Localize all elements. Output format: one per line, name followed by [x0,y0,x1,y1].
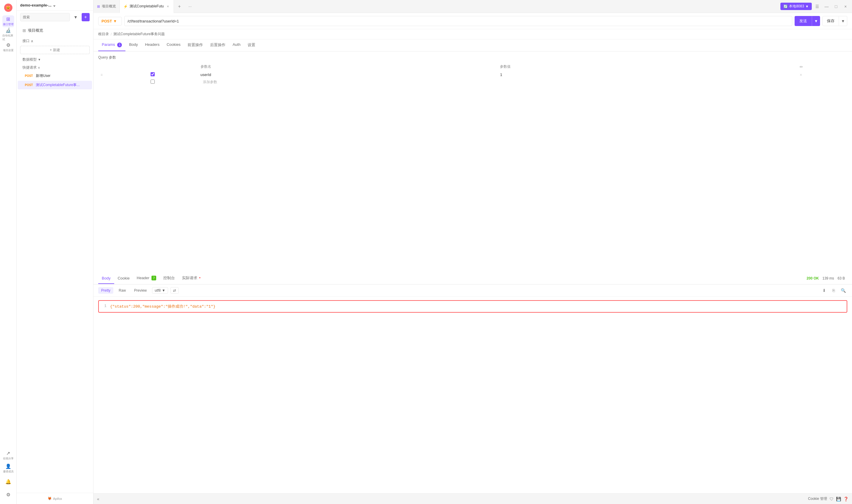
search-button[interactable]: 🔍 [839,286,847,294]
breadcrumb-separator: / [111,32,111,36]
req-tab-body[interactable]: Body [125,39,141,51]
search-input[interactable] [20,13,70,21]
tab-add-button[interactable]: + [174,0,185,13]
menu-button[interactable]: ☰ [813,2,821,11]
save-button[interactable]: 保存 [822,16,839,26]
resp-line-1: 1 {"status":200,"message":"操作成功!","data"… [101,303,844,310]
send-dropdown-button[interactable]: ▼ [812,16,820,26]
resp-tab-actual[interactable]: 实际请求 • [178,272,204,284]
response-status: 200 OK 139 ms 63 B [807,276,847,281]
line-number-1: 1 [101,304,110,308]
collapse-button[interactable]: « [97,497,99,501]
wrap-icon: ⇄ [173,288,176,292]
params-badge: 1 [117,42,122,47]
list-item-completable-future[interactable]: POST 测试CompletableFuture事... [18,81,92,89]
data-model-label[interactable]: 数据模型 ▼ [17,55,93,63]
breadcrumb-root[interactable]: 根目录 [98,32,109,37]
send-btn-group: 发送 ▼ [795,16,820,26]
param-checkbox-userid[interactable] [150,72,155,76]
filter-button[interactable]: ▼ [72,13,80,21]
format-tab-raw[interactable]: Raw [116,287,129,294]
nav-item-overview[interactable]: ⊞ 项目概览 [20,26,90,35]
req-tab-cookies[interactable]: Cookies [163,39,184,51]
copy-button[interactable]: ⎘ [830,286,838,294]
tab-close-button[interactable]: × [165,4,170,9]
left-panel: demo-example-... ⌄ ▼ + ⊞ 项目概览 接口 ∧ + 新建 … [17,0,93,504]
cookie-management-link[interactable]: Cookie 管理 [808,496,827,501]
req-tab-pre-ops[interactable]: 前置操作 [184,39,206,51]
download-button[interactable]: ⬇ [820,286,828,294]
req-tab-settings[interactable]: 设置 [244,39,259,51]
minimize-button[interactable]: — [822,2,831,11]
env-selector[interactable]: 🔄 本地8083 ▼ [780,3,812,10]
add-button[interactable]: + [81,13,90,21]
sidebar-item-project-settings[interactable]: ⚙ 项目设置 [2,41,14,53]
list-item-new-user[interactable]: POST 新增User [18,72,92,80]
req-tab-params[interactable]: Params 1 [98,39,125,51]
response-tabs: Body Cookie Header 7 控制台 实际请求 • 200 OK [93,272,852,285]
add-param-label[interactable]: 添加参数 [201,79,219,85]
save-btn-group: 保存 ▼ [822,16,847,26]
send-button[interactable]: 发送 [795,16,812,26]
new-interface-button[interactable]: + 新建 [20,46,90,54]
param-name-userid[interactable] [201,72,495,77]
quick-requests-label[interactable]: 快捷请求 ∧ [17,63,93,71]
interface-label: 接口管理 [3,22,14,26]
actual-dot: • [199,275,201,280]
wrap-button[interactable]: ⇄ [170,287,179,294]
breadcrumb: 根目录 / 测试CompletableFuture事务问题 [93,29,852,39]
tab-more-button[interactable]: ··· [185,0,195,13]
search-icon: 🔍 [841,288,846,293]
sidebar-item-members[interactable]: 👤 邀请成员 [2,463,14,474]
query-params-section: Query 参数 参数名 参数值 ✏ [93,52,852,89]
apifox-logo: 🦊 [48,497,52,501]
maximize-button[interactable]: □ [832,2,840,11]
req-tab-headers[interactable]: Headers [141,39,163,51]
response-size: 63 B [837,276,845,281]
encoding-selector[interactable]: utf8 ▼ [152,287,168,294]
breadcrumb-current: 测试CompletableFuture事务问题 [113,32,165,37]
project-settings-label: 项目设置 [3,49,14,52]
edit-params-icon[interactable]: ✏ [800,65,803,69]
tab-test[interactable]: ⚡ 测试CompletableFutu × [120,0,174,13]
params-section: Query 参数 参数名 参数值 ✏ [93,52,852,272]
req-tab-auth[interactable]: Auth [229,39,244,51]
resp-tab-cookie[interactable]: Cookie [114,273,133,284]
resp-tab-header[interactable]: Header 7 [133,273,160,284]
sidebar-item-gear[interactable]: ⚙ [2,489,14,501]
sidebar-item-interface[interactable]: ⊞ 接口管理 [2,15,14,27]
download-icon: ⬇ [822,288,826,293]
sidebar-item-share[interactable]: ↗ 在线分享 [2,450,14,462]
header-badge: 7 [151,276,156,281]
nav-section: ⊞ 项目概览 [17,24,93,37]
overview-icon: ⊞ [22,28,26,33]
shield-icon: 🛡 [830,497,834,501]
interface-section-header[interactable]: 接口 ∧ [17,37,93,45]
url-input[interactable] [124,16,792,26]
sidebar-item-bell[interactable]: 🔔 [2,475,14,487]
env-chevron-icon: ▼ [805,4,809,8]
table-row-add: 添加参数 [98,78,847,86]
tab-overview[interactable]: ⊞ 项目概览 [93,0,120,13]
format-tab-preview[interactable]: Preview [131,287,150,294]
save-dropdown-icon: ▼ [841,19,845,23]
method-selector[interactable]: POST ▼ [98,17,122,25]
format-tab-pretty[interactable]: Pretty [98,287,113,294]
autotest-label: 自动化测试 [2,34,14,41]
req-tab-post-ops[interactable]: 后置操作 [206,39,229,51]
param-value-userid[interactable] [500,72,795,77]
close-button[interactable]: × [841,2,850,11]
param-checkbox-new[interactable] [150,79,155,84]
search-bar: ▼ + [17,11,93,24]
project-settings-icon: ⚙ [6,42,10,48]
response-content: 1 {"status":200,"message":"操作成功!","data"… [93,297,852,493]
param-delete-icon[interactable]: × [800,72,802,77]
chevron-up-icon: ∧ [38,66,40,69]
bottom-bar: « Cookie 管理 🛡 💾 ❓ [93,493,852,504]
sidebar-item-autotest[interactable]: 🔬 自动化测试 [2,29,14,40]
save-dropdown-button[interactable]: ▼ [839,16,847,26]
resp-tab-body[interactable]: Body [98,273,114,284]
resp-tab-console[interactable]: 控制台 [160,272,178,284]
method-label: POST [102,19,112,23]
left-panel-footer: 🦊 Apifox [17,493,93,504]
